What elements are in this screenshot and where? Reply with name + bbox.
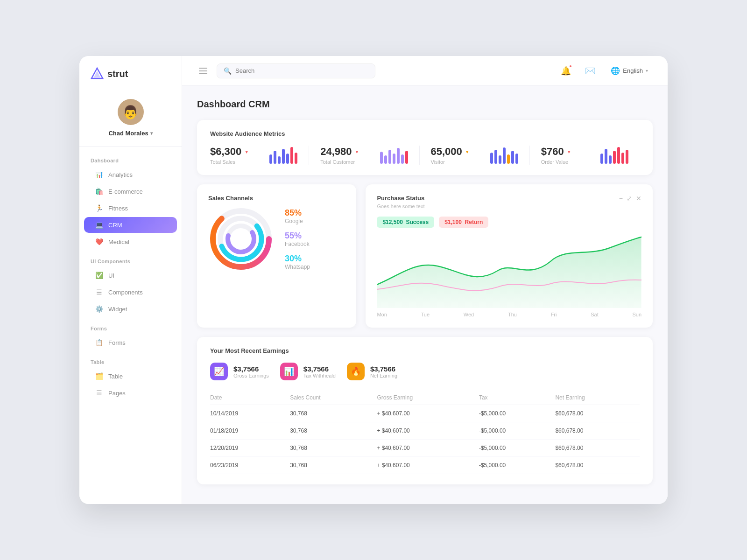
sidebar-user: 👨 Chad Morales ▾: [79, 91, 182, 147]
purchase-status-subtitle: Goes here some text: [377, 203, 488, 209]
section-label-ui: UI Components: [79, 255, 182, 267]
net-earnings-label: Net Earning: [370, 373, 397, 378]
day-fri: Fri: [551, 312, 557, 317]
section-label-table: Table: [79, 356, 182, 368]
metric-value-sales: $6,300 ▼: [210, 146, 262, 158]
gross-earnings-info: $3,7566 Gross Earnings: [233, 365, 269, 378]
logo-icon: [91, 67, 104, 80]
metric-label-sales: Total Sales: [210, 159, 262, 165]
metrics-card-title: Website Audience Metrics: [210, 130, 640, 137]
sidebar-item-crm[interactable]: 💻 CRM: [84, 217, 177, 233]
tax-earnings-value: $3,7566: [303, 365, 336, 373]
net-earnings-item: 🔥 $3,7566 Net Earning: [347, 363, 397, 380]
logo-text: strut: [107, 69, 128, 79]
sidebar-item-table[interactable]: 🗂️ Table: [84, 368, 177, 384]
td-tax: -$5,000.00: [479, 440, 556, 457]
ecommerce-icon: 🛍️: [95, 188, 103, 195]
menu-button[interactable]: [197, 66, 209, 76]
visitor-bar-chart: [490, 147, 518, 164]
sidebar-item-analytics[interactable]: 📊 Analytics: [84, 167, 177, 182]
sales-bar-chart: [269, 147, 297, 164]
sidebar: strut 👨 Chad Morales ▾ Dahsboard 📊 Analy…: [79, 56, 182, 504]
metric-visitor: 65,000 ▼ Visitor: [420, 146, 530, 165]
day-mon: Mon: [377, 312, 387, 317]
crm-label: CRM: [108, 222, 122, 229]
messages-button[interactable]: ✉️: [582, 63, 599, 79]
day-sun: Sun: [632, 312, 641, 317]
donut-chart: [208, 206, 274, 272]
metric-label-customer: Total Customer: [320, 159, 372, 165]
globe-icon: 🌐: [611, 66, 620, 75]
main-content: 🔍 🔔 ✉️ 🌐 English ▾ Dashboard CRM: [182, 56, 668, 504]
ecommerce-label: E-commerce: [108, 188, 143, 195]
table-row: 12/20/2019 30,768 + $40,607.00 -$5,000.0…: [210, 440, 640, 457]
table-label: Table: [108, 373, 123, 380]
sidebar-item-widget[interactable]: ⚙️ Widget: [84, 301, 177, 317]
forms-icon: 📋: [95, 339, 103, 346]
metric-label-order: Order Value: [541, 159, 593, 165]
day-thu: Thu: [508, 312, 517, 317]
page-title: Dashboard CRM: [197, 99, 653, 110]
td-gross: + $40,607.00: [377, 440, 479, 457]
col-sales: Sales Count: [290, 391, 377, 405]
facebook-pct: 55%: [285, 231, 310, 241]
net-earnings-info: $3,7566 Net Earning: [370, 365, 397, 378]
metric-info-customer: 24,980 ▼ Total Customer: [320, 146, 372, 165]
sidebar-item-fitness[interactable]: 🏃 Fitness: [84, 200, 177, 216]
sidebar-item-ecommerce[interactable]: 🛍️ E-commerce: [84, 183, 177, 199]
medical-icon: ❤️: [95, 238, 103, 245]
sidebar-item-forms[interactable]: 📋 Forms: [84, 335, 177, 350]
td-sales: 30,768: [290, 457, 377, 474]
day-wed: Wed: [464, 312, 474, 317]
pages-icon: ☰: [95, 389, 103, 397]
gross-earnings-label: Gross Earnings: [233, 373, 269, 378]
td-date: 06/23/2019: [210, 457, 290, 474]
td-gross: + $40,607.00: [377, 457, 479, 474]
td-date: 01/18/2019: [210, 422, 290, 440]
tax-earnings-info: $3,7566 Tax Withheald: [303, 365, 336, 378]
whatsapp-label: Whatsapp: [285, 264, 310, 270]
search-input[interactable]: [235, 67, 368, 74]
ui-icon: ✅: [95, 272, 103, 279]
return-badge: $1,100 Return: [439, 217, 488, 228]
customer-trend-icon: ▼: [355, 149, 359, 154]
donut-labels: 85% Google 55% Facebook 30% Whatsapp: [285, 208, 310, 270]
donut-label-facebook: 55% Facebook: [285, 231, 310, 247]
metric-value-visitor: 65,000 ▼: [431, 146, 483, 158]
sidebar-item-components[interactable]: ☰ Components: [84, 284, 177, 300]
td-net: $60,678.00: [555, 422, 640, 440]
net-earnings-icon: 🔥: [347, 363, 365, 380]
close-button[interactable]: ✕: [636, 195, 641, 202]
metric-label-visitor: Visitor: [431, 159, 483, 165]
minimize-button[interactable]: −: [619, 195, 623, 202]
purchase-status-title: Purchase Status: [377, 195, 488, 202]
app-shell: strut 👨 Chad Morales ▾ Dahsboard 📊 Analy…: [79, 56, 668, 504]
gross-earnings-icon: 📈: [210, 363, 228, 380]
metric-value-customer: 24,980 ▼: [320, 146, 372, 158]
user-name-button[interactable]: Chad Morales ▾: [108, 130, 152, 137]
forms-label: Forms: [108, 339, 126, 346]
order-bar-chart: [600, 147, 628, 164]
sidebar-item-ui[interactable]: ✅ UI: [84, 267, 177, 283]
sidebar-item-pages[interactable]: ☰ Pages: [84, 385, 177, 401]
analytics-icon: 📊: [95, 171, 103, 178]
notifications-button[interactable]: 🔔: [557, 63, 574, 79]
td-sales: 30,768: [290, 440, 377, 457]
fitness-icon: 🏃: [95, 204, 103, 212]
resize-button[interactable]: ⤢: [627, 195, 632, 202]
sales-channels-title: Sales Channels: [208, 195, 345, 202]
pages-label: Pages: [108, 390, 126, 397]
donut-label-whatsapp: 30% Whatsapp: [285, 254, 310, 270]
section-label-forms: Forms: [79, 322, 182, 334]
language-selector[interactable]: 🌐 English ▾: [606, 63, 653, 78]
order-trend-icon: ▼: [567, 149, 571, 154]
gross-earnings-value: $3,7566: [233, 365, 269, 373]
table-row: 01/18/2019 30,768 + $40,607.00 -$5,000.0…: [210, 422, 640, 440]
table-icon: 🗂️: [95, 372, 103, 380]
metric-total-customer: 24,980 ▼ Total Customer: [309, 146, 419, 165]
language-label: English: [623, 67, 643, 74]
sidebar-item-medical[interactable]: ❤️ Medical: [84, 234, 177, 250]
col-date: Date: [210, 391, 290, 405]
td-net: $60,678.00: [555, 440, 640, 457]
table-row: 10/14/2019 30,768 + $40,607.00 -$5,000.0…: [210, 405, 640, 422]
